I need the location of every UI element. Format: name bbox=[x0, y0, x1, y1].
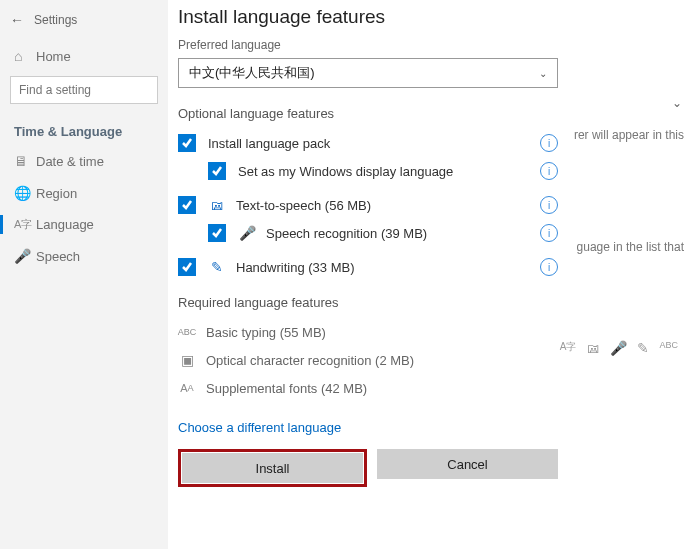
bg-text-1: rer will appear in this bbox=[574, 128, 684, 142]
sidebar-item-language[interactable]: A字 Language bbox=[0, 209, 168, 240]
sidebar-item-label: Home bbox=[36, 49, 71, 64]
info-icon[interactable]: i bbox=[540, 224, 558, 242]
tts-icon: 🖭 bbox=[208, 197, 226, 213]
checkbox-checked-icon[interactable] bbox=[208, 224, 226, 242]
sidebar-item-label: Region bbox=[36, 186, 77, 201]
ocr-icon: ▣ bbox=[178, 352, 196, 368]
selected-language-text: 中文(中华人民共和国) bbox=[189, 64, 315, 82]
install-button[interactable]: Install bbox=[182, 453, 363, 483]
feature-icon-strip: A字 🖭 🎤 ✎ ABC bbox=[560, 340, 678, 356]
checkbox-checked-icon[interactable] bbox=[178, 196, 196, 214]
cancel-button[interactable]: Cancel bbox=[377, 449, 558, 479]
install-button-highlight: Install bbox=[178, 449, 367, 487]
preferred-language-label: Preferred language bbox=[178, 38, 558, 52]
sidebar-section-title: Time & Language bbox=[0, 116, 168, 145]
feature-ocr: ▣ Optical character recognition (2 MB) bbox=[178, 346, 558, 374]
display-lang-icon: A字 bbox=[560, 340, 577, 356]
home-icon: ⌂ bbox=[14, 48, 36, 64]
required-features-title: Required language features bbox=[178, 295, 558, 310]
search-input[interactable] bbox=[10, 76, 158, 104]
feature-tts[interactable]: 🖭 Text-to-speech (56 MB) i bbox=[178, 191, 558, 219]
microphone-icon: 🎤 bbox=[238, 225, 256, 241]
feature-label: Text-to-speech (56 MB) bbox=[236, 198, 532, 213]
bg-text-2: guage in the list that bbox=[577, 240, 684, 254]
clock-icon: 🖥 bbox=[14, 153, 36, 169]
abc-icon: ABC bbox=[659, 340, 678, 356]
sidebar-item-label: Speech bbox=[36, 249, 80, 264]
choose-different-language-link[interactable]: Choose a different language bbox=[178, 420, 341, 435]
sidebar-item-home[interactable]: ⌂ Home bbox=[0, 40, 168, 72]
feature-display-language[interactable]: Set as my Windows display language i bbox=[178, 157, 558, 185]
feature-label: Handwriting (33 MB) bbox=[236, 260, 532, 275]
info-icon[interactable]: i bbox=[540, 134, 558, 152]
feature-label: Basic typing (55 MB) bbox=[206, 325, 558, 340]
feature-handwriting[interactable]: ✎ Handwriting (33 MB) i bbox=[178, 253, 558, 281]
settings-title: Settings bbox=[34, 13, 77, 27]
feature-label: Set as my Windows display language bbox=[238, 164, 532, 179]
back-icon[interactable]: ← bbox=[10, 12, 34, 28]
optional-features-title: Optional language features bbox=[178, 106, 558, 121]
feature-label: Install language pack bbox=[208, 136, 532, 151]
feature-fonts: AA Supplemental fonts (42 MB) bbox=[178, 374, 558, 402]
feature-label: Speech recognition (39 MB) bbox=[266, 226, 532, 241]
install-language-dialog: Install language features Preferred lang… bbox=[178, 6, 558, 487]
feature-speech-recognition[interactable]: 🎤 Speech recognition (39 MB) i bbox=[178, 219, 558, 247]
info-icon[interactable]: i bbox=[540, 196, 558, 214]
fonts-icon: AA bbox=[178, 382, 196, 394]
language-select[interactable]: 中文(中华人民共和国) ⌄ bbox=[178, 58, 558, 88]
sidebar-item-label: Date & time bbox=[36, 154, 104, 169]
sidebar-item-region[interactable]: 🌐 Region bbox=[0, 177, 168, 209]
sidebar-item-date-time[interactable]: 🖥 Date & time bbox=[0, 145, 168, 177]
chevron-down-icon: ⌄ bbox=[539, 68, 547, 79]
feature-basic-typing: ABC Basic typing (55 MB) bbox=[178, 318, 558, 346]
microphone-icon: 🎤 bbox=[14, 248, 36, 264]
keyboard-icon: ABC bbox=[178, 327, 196, 337]
button-label: Cancel bbox=[447, 457, 487, 472]
tts-icon: 🖭 bbox=[586, 340, 600, 356]
feature-label: Optical character recognition (2 MB) bbox=[206, 353, 558, 368]
feature-label: Supplemental fonts (42 MB) bbox=[206, 381, 558, 396]
main-content: rer will appear in this guage in the lis… bbox=[168, 0, 696, 549]
sidebar: ← Settings ⌂ Home Time & Language 🖥 Date… bbox=[0, 0, 168, 549]
info-icon[interactable]: i bbox=[540, 162, 558, 180]
language-icon: A字 bbox=[14, 217, 36, 232]
sidebar-item-label: Language bbox=[36, 217, 94, 232]
dialog-title: Install language features bbox=[178, 6, 558, 28]
checkbox-checked-icon[interactable] bbox=[208, 162, 226, 180]
handwriting-icon: ✎ bbox=[208, 259, 226, 275]
button-label: Install bbox=[256, 461, 290, 476]
sidebar-item-speech[interactable]: 🎤 Speech bbox=[0, 240, 168, 272]
mic-icon: 🎤 bbox=[610, 340, 627, 356]
globe-icon: 🌐 bbox=[14, 185, 36, 201]
pen-icon: ✎ bbox=[637, 340, 649, 356]
chevron-down-icon[interactable]: ⌄ bbox=[672, 96, 682, 110]
checkbox-checked-icon[interactable] bbox=[178, 134, 196, 152]
info-icon[interactable]: i bbox=[540, 258, 558, 276]
checkbox-checked-icon[interactable] bbox=[178, 258, 196, 276]
feature-language-pack[interactable]: Install language pack i bbox=[178, 129, 558, 157]
